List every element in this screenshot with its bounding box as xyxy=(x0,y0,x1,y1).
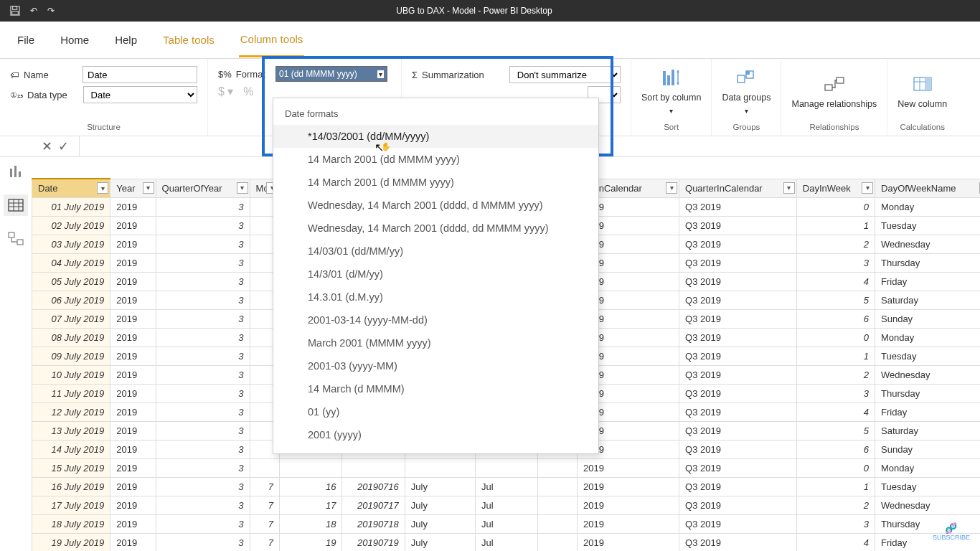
table-row[interactable]: 17 July 20192019371720190717JulyJul2019Q… xyxy=(32,496,981,514)
filter-icon[interactable]: ▾ xyxy=(666,182,677,194)
table-row[interactable]: 18 July 20192019371820190718JulyJul2019Q… xyxy=(32,514,981,533)
svg-rect-19 xyxy=(19,171,21,177)
manage-relationships-button[interactable]: Manage relationships xyxy=(784,63,884,120)
table-row[interactable]: 19 July 20192019371920190719JulyJul2019Q… xyxy=(32,533,981,551)
chevron-down-icon: ▾ xyxy=(377,70,384,78)
subscribe-watermark: 🧬 SUBSCRIBE xyxy=(933,522,970,541)
relationships-icon xyxy=(823,73,846,96)
undo-icon[interactable]: ↶ xyxy=(30,6,37,16)
format-option[interactable]: 2001-03-14 (yyyy-MM-dd) xyxy=(273,309,598,331)
svg-rect-26 xyxy=(17,240,23,245)
groups-icon xyxy=(735,67,758,90)
ribbon-tabs: File Home Help Table tools Column tools xyxy=(0,22,980,59)
table-row[interactable]: 15 July 2019201932019Q3 20190Monday xyxy=(32,458,981,477)
tag-icon: 🏷 xyxy=(10,70,19,80)
format-option[interactable]: Wednesday, 14 March 2001 (dddd, dd MMMM … xyxy=(273,217,598,240)
sigma-icon: Σ xyxy=(412,70,418,80)
name-input[interactable] xyxy=(83,66,197,83)
commit-icon[interactable]: ✓ xyxy=(58,138,69,154)
sort-icon xyxy=(660,67,683,90)
groups-group-label: Groups xyxy=(715,120,778,136)
filter-icon[interactable]: ▾ xyxy=(143,182,154,194)
format-label: Format xyxy=(236,69,265,80)
table-row[interactable]: 16 July 20192019371620190716JulyJul2019Q… xyxy=(32,477,981,496)
svg-rect-9 xyxy=(746,71,750,75)
format-option[interactable]: 14.3.01 (d.M.yy) xyxy=(273,286,598,309)
model-view-icon[interactable] xyxy=(8,232,24,246)
column-header[interactable]: Year▾ xyxy=(110,179,156,197)
column-header[interactable]: QuarterOfYear▾ xyxy=(156,179,250,197)
tab-column-tools[interactable]: Column tools xyxy=(239,23,305,57)
tab-table-tools[interactable]: Table tools xyxy=(161,24,216,56)
format-option[interactable]: 01 (yy) xyxy=(273,400,598,423)
format-icon: $% xyxy=(218,69,232,80)
format-option[interactable]: 14 March (d MMMM) xyxy=(273,377,598,400)
save-icon[interactable] xyxy=(10,6,20,16)
datatype-icon: ①₂₃ xyxy=(10,90,23,100)
relationships-label: Manage relationships xyxy=(791,99,877,110)
tab-help[interactable]: Help xyxy=(113,24,138,56)
svg-rect-11 xyxy=(837,77,844,83)
titlebar: ↶ ↷ UBG to DAX - Model - Power BI Deskto… xyxy=(0,0,980,22)
column-header[interactable]: DayOfWeekName▾ xyxy=(875,179,980,197)
format-option[interactable]: *14/03/2001 (dd/MM/yyyy) xyxy=(273,125,598,148)
new-column-label: New column xyxy=(897,99,947,110)
filter-icon[interactable]: ▾ xyxy=(783,182,795,194)
report-view-icon[interactable] xyxy=(8,164,24,179)
svg-rect-2 xyxy=(12,11,19,14)
format-option[interactable]: 14 March 2001 (d MMMM yyyy) xyxy=(273,171,598,194)
data-groups-button[interactable]: Data groups▾ xyxy=(715,63,778,120)
summarization-label: Summarization xyxy=(422,70,484,80)
format-option[interactable]: 14 March 2001 (dd MMMM yyyy) xyxy=(273,148,598,171)
sort-label: Sort by column xyxy=(641,93,701,104)
format-option[interactable]: 2001-03 (yyyy-MM) xyxy=(273,354,598,377)
svg-rect-5 xyxy=(672,70,674,85)
svg-rect-10 xyxy=(825,85,832,90)
cancel-icon[interactable]: ✕ xyxy=(42,138,52,154)
filter-icon[interactable]: ▾ xyxy=(237,182,248,194)
svg-rect-16 xyxy=(925,77,931,90)
format-option[interactable]: 14/03/01 (dd/MM/yy) xyxy=(273,240,598,263)
format-select[interactable]: 01 (dd MMMM yyyy)▾ xyxy=(275,66,387,82)
summarization-select[interactable]: Don't summarize xyxy=(509,66,621,83)
svg-rect-20 xyxy=(9,199,23,211)
percent-icon: % xyxy=(243,85,253,98)
currency-icon: $ ▾ xyxy=(218,85,233,98)
svg-rect-17 xyxy=(10,169,12,177)
svg-rect-18 xyxy=(14,166,17,177)
redo-icon[interactable]: ↷ xyxy=(47,6,55,16)
datatype-select[interactable]: Date xyxy=(83,86,197,103)
column-header[interactable]: Date▾ xyxy=(32,179,110,197)
structure-group-label: Structure xyxy=(10,120,197,136)
format-option[interactable]: March 2001 (MMMM yyyy) xyxy=(273,331,598,354)
dropdown-title: Date formats xyxy=(273,98,598,125)
date-format-dropdown[interactable]: Date formats *14/03/2001 (dd/MM/yyyy)14 … xyxy=(273,98,599,454)
datatype-label: Data type xyxy=(27,90,67,100)
svg-rect-7 xyxy=(738,75,745,83)
view-switcher xyxy=(0,157,32,551)
calculations-group-label: Calculations xyxy=(890,120,954,136)
new-column-icon xyxy=(911,73,934,96)
filter-icon[interactable]: ▾ xyxy=(862,182,873,194)
column-header[interactable]: QuarterInCalendar▾ xyxy=(679,179,797,197)
data-view-icon[interactable] xyxy=(4,194,28,216)
sort-by-column-button[interactable]: Sort by column▾ xyxy=(634,63,708,120)
column-header[interactable]: DayInWeek▾ xyxy=(796,179,875,197)
format-option[interactable]: 2001 (yyyy) xyxy=(273,423,598,446)
new-column-button[interactable]: New column xyxy=(890,63,954,120)
svg-rect-25 xyxy=(9,232,14,237)
tab-file[interactable]: File xyxy=(16,24,36,56)
svg-rect-3 xyxy=(663,71,666,85)
sort-group-label: Sort xyxy=(634,120,708,136)
format-option[interactable]: Wednesday, 14 March 2001 (dddd, d MMMM y… xyxy=(273,194,598,217)
format-option[interactable]: 14/3/01 (d/M/yy) xyxy=(273,263,598,286)
window-title: UBG to DAX - Model - Power BI Desktop xyxy=(55,6,894,16)
name-label: Name xyxy=(24,70,49,80)
tab-home[interactable]: Home xyxy=(59,24,90,56)
relationships-group-label: Relationships xyxy=(784,120,884,136)
filter-icon[interactable]: ▾ xyxy=(97,182,108,194)
svg-rect-4 xyxy=(667,75,670,85)
svg-rect-1 xyxy=(13,6,17,9)
groups-label: Data groups xyxy=(722,93,771,104)
